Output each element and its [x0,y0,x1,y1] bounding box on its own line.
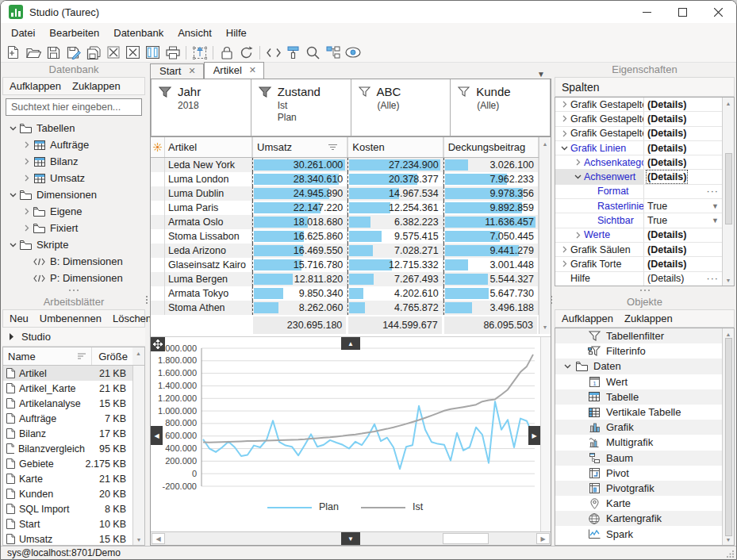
property-value[interactable]: (Details) [643,98,722,111]
scroll-left-icon[interactable]: ◀ [152,533,165,544]
code-icon[interactable] [263,44,283,61]
horizontal-splitter[interactable] [555,286,735,293]
worksheet-row-artikelanalyse[interactable]: Artikelanalyse15 KB [3,396,132,411]
table-row[interactable]: Armata Tokyo9.850.3404.202.6105.647.730 [151,286,539,301]
property-value[interactable]: (Details) [643,127,722,140]
worksheet-row-kunden[interactable]: Kunden20 KB [3,486,132,501]
menu-datei[interactable]: Datei [4,24,42,42]
property-row-werte[interactable]: Werte(Details) [555,228,722,243]
print-icon[interactable] [163,44,182,61]
hierarchy-icon[interactable] [323,44,343,61]
tree-item-b-dimensionen[interactable]: B: Dimensionen [2,253,145,270]
table-columns-icon[interactable] [143,44,163,61]
object-item-tabellenfilter[interactable]: Tabellenfilter [555,328,722,343]
object-item-karte[interactable]: Karte [555,496,722,511]
worksheet-row-karte[interactable]: Karte21 KB [3,471,132,486]
vertical-splitter-left[interactable] [144,296,149,304]
scroll-up-icon[interactable]: ▲ [726,332,731,337]
property-row-grafik-gestapelte-bereiche[interactable]: Grafik Gestapelte Bereiche(Details) [555,112,722,126]
scroll-down-icon[interactable]: ▼ [136,537,142,543]
table-row[interactable]: Stoma Lissabon16.625.8609.575.4157.050.4… [151,229,539,244]
expand-all-button[interactable]: Aufklappen [562,313,613,324]
export-up-icon[interactable] [190,44,209,61]
property-value[interactable]: (Details) [643,228,722,242]
chevron-right-icon[interactable] [21,158,33,165]
save-edit-icon[interactable] [63,44,83,61]
chevron-right-icon[interactable] [572,159,584,166]
tree-item-skripte[interactable]: Skripte [2,236,145,253]
dropdown-icon[interactable]: ▼ [712,202,719,210]
open-folder-icon[interactable] [24,44,44,61]
property-value[interactable]: (Details) [643,257,722,270]
column-header-deckungsbeitrag[interactable]: Deckungsbeitrag [443,137,539,157]
save-all-icon[interactable] [83,44,103,61]
scroll-up-icon[interactable]: ▲ [726,101,731,106]
tree-item-fixiert[interactable]: Fixiert [2,220,145,236]
chevron-right-icon[interactable] [559,260,570,267]
tab-list-dropdown-icon[interactable]: ▼ [531,70,551,79]
scroll-down-icon[interactable]: ▼ [726,278,731,283]
object-item-multigrafik[interactable]: Multigrafik [555,435,722,450]
chevron-right-icon[interactable] [559,246,570,253]
column-header-artikel[interactable]: Artikel [165,137,252,157]
object-item-wert[interactable]: 1Wert [555,374,722,389]
delete-x-icon[interactable] [103,44,123,61]
table-row[interactable]: Luma London28.340.61020.378.3777.962.233 [151,172,539,186]
chevron-down-icon[interactable] [7,126,19,131]
worksheet-new-button[interactable]: Neu [10,313,29,324]
chevron-right-icon[interactable] [572,232,584,239]
worksheet-row-aufträge[interactable]: Aufträge7 KB [3,411,132,426]
worksheet-row-umsatz[interactable]: Umsatz15 KB [3,531,132,545]
tree-item-aufträge[interactable]: Aufträge [2,136,145,153]
worksheet-row-sql-import[interactable]: SQL Import8 KB [3,501,132,516]
horizontal-splitter[interactable] [2,286,145,293]
scroll-thumb[interactable] [443,533,489,544]
ellipsis-button[interactable]: ··· [707,273,720,284]
worksheet-rename-button[interactable]: Umbenennen [40,313,102,324]
table-row[interactable]: Luma Paris22.147.22012.254.3619.892.859 [151,201,539,215]
table-row[interactable]: Leda New York30.261.00027.234.9003.026.1… [151,158,539,172]
property-value[interactable]: (Details) [643,141,722,155]
worksheet-delete-button[interactable]: Löschen [113,313,152,324]
worksheet-row-start[interactable]: Start10 KB [3,516,132,531]
scroll-up-icon[interactable]: ▲ [136,351,141,356]
chevron-down-icon[interactable] [562,364,574,369]
worksheet-row-artikel-karte[interactable]: Artikel_Karte21 KB [3,381,132,396]
chevron-right-icon[interactable] [559,101,570,108]
tree-item-tabellen[interactable]: Tabellen [2,120,145,136]
table-row[interactable]: Glaseinsatz Kairo15.716.78012.715.3323.0… [151,258,539,272]
property-value[interactable]: (Details)··· [643,272,722,286]
new-document-icon[interactable] [4,44,24,61]
menu-datenbank[interactable]: Datenbank [106,24,171,42]
scroll-up-badge[interactable]: ▲ [341,337,360,350]
property-row-grafik-linien[interactable]: Grafik Linien(Details) [555,141,722,155]
chevron-down-icon[interactable] [559,146,570,151]
scroll-left-badge[interactable]: ◀ [151,426,163,445]
lock-icon[interactable] [217,44,236,61]
property-row-grafik-gestapelte-balken[interactable]: Grafik Gestapelte Balken(Details) [555,98,722,112]
tree-item-p-dimensionen[interactable]: P: Dimensionen [2,270,145,286]
close-icon[interactable]: ✕ [249,65,256,75]
chevron-down-icon[interactable] [7,243,19,247]
object-item-baum[interactable]: Baum [555,451,722,466]
tab-start[interactable]: Start✕ [150,63,204,79]
chevron-down-icon[interactable] [572,175,584,179]
chevron-right-icon[interactable] [21,224,33,232]
scroll-thumb[interactable] [725,153,732,224]
property-row-sichtbar[interactable]: SichtbarTrue▼ [555,213,722,228]
close-button[interactable] [701,1,736,23]
object-item-grafik[interactable]: Grafik [555,420,722,435]
save-icon[interactable] [44,44,63,61]
scroll-up-icon[interactable]: ▲ [543,141,548,147]
property-row-rasterlinien[interactable]: RasterlinienTrue▼ [555,199,722,213]
format-painter-icon[interactable] [283,44,303,61]
tree-item-umsatz[interactable]: Umsatz [2,170,145,186]
tab-artikel[interactable]: Artikel✕ [204,62,264,79]
worksheet-col-name[interactable]: Name [3,351,91,362]
scroll-down-icon[interactable]: ▼ [543,324,548,330]
chart-horizontal-scrollbar[interactable]: ◀ ▶ ▼ [151,531,551,545]
table-row[interactable]: Stoma Athen8.262.0604.765.8723.496.188 [151,301,539,315]
chevron-right-icon[interactable] [559,130,570,137]
property-row-hilfe[interactable]: Hilfe(Details)··· [555,272,722,286]
expand-all-button[interactable]: Aufklappen [10,80,61,92]
